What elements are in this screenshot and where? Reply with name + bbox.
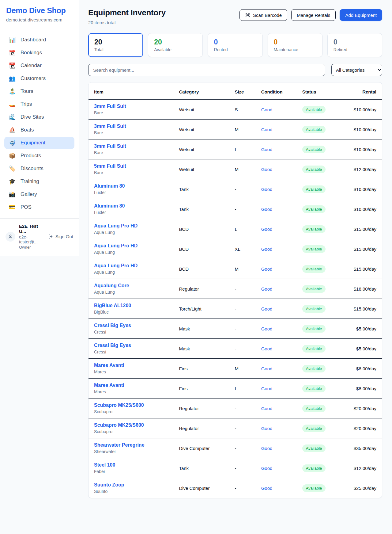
item-name-link[interactable]: Scubapro MK25/S600 bbox=[94, 422, 174, 428]
sidebar-nav-item[interactable]: 📊 Dashboard bbox=[4, 34, 74, 46]
scan-barcode-button[interactable]: Scan Barcode bbox=[239, 9, 287, 21]
table-row[interactable]: Suunto Zoop Suunto Dive Computer - Good … bbox=[89, 478, 382, 498]
sidebar-nav-item[interactable]: 📸 Gallery bbox=[4, 188, 74, 200]
item-name-link[interactable]: Aqualung Core bbox=[94, 283, 174, 288]
status-badge: Available bbox=[302, 365, 326, 372]
table-body: 3mm Full Suit Bare Wetsuit S Good Availa… bbox=[89, 99, 382, 498]
condition-link[interactable]: Good bbox=[261, 246, 273, 252]
table-row[interactable]: Steel 100 Faber Tank - Good Available $1… bbox=[89, 458, 382, 478]
stat-card[interactable]: 0 Rented bbox=[208, 33, 262, 57]
item-name-link[interactable]: Steel 100 bbox=[94, 462, 174, 468]
person-icon bbox=[8, 234, 13, 239]
item-name-link[interactable]: 5mm Full Suit bbox=[94, 163, 174, 169]
condition-link[interactable]: Good bbox=[261, 286, 273, 292]
item-name-link[interactable]: Aqua Lung Pro HD bbox=[94, 263, 174, 269]
sidebar-nav-item[interactable]: 📦 Products bbox=[4, 150, 74, 162]
item-brand: Aqua Lung bbox=[94, 270, 174, 275]
search-input[interactable] bbox=[88, 64, 325, 76]
stat-card[interactable]: 0 Maintenance bbox=[268, 33, 322, 57]
table-row[interactable]: BigBlue AL1200 BigBlue Torch/Light - Goo… bbox=[89, 299, 382, 319]
nav-item-icon: 💳 bbox=[9, 204, 16, 211]
category-select[interactable]: All Categories bbox=[331, 64, 382, 76]
condition-link[interactable]: Good bbox=[261, 266, 273, 272]
item-name-link[interactable]: Aqua Lung Pro HD bbox=[94, 223, 174, 229]
table-row[interactable]: Aqualung Core Aqua Lung Regulator - Good… bbox=[89, 279, 382, 299]
table-row[interactable]: Cressi Big Eyes Cressi Mask - Good Avail… bbox=[89, 339, 382, 359]
sidebar: Demo Dive Shop demo.test.divestreams.com… bbox=[0, 0, 79, 256]
condition-link[interactable]: Good bbox=[261, 466, 273, 471]
sidebar-nav-item[interactable]: 💳 POS bbox=[4, 201, 74, 213]
table-row[interactable]: Aqua Lung Pro HD Aqua Lung BCD XL Good A… bbox=[89, 239, 382, 259]
condition-link[interactable]: Good bbox=[261, 386, 273, 391]
sidebar-nav-item[interactable]: 🏷️ Discounts bbox=[4, 162, 74, 175]
condition-link[interactable]: Good bbox=[261, 187, 273, 192]
condition-link[interactable]: Good bbox=[261, 366, 273, 371]
stat-card[interactable]: 20 Total bbox=[88, 33, 143, 57]
sidebar-nav-item[interactable]: 🌊 Dive Sites bbox=[4, 111, 74, 123]
item-name-link[interactable]: Mares Avanti bbox=[94, 363, 174, 368]
item-name-link[interactable]: 3mm Full Suit bbox=[94, 124, 174, 129]
item-name-link[interactable]: Aqua Lung Pro HD bbox=[94, 243, 174, 249]
item-name-link[interactable]: BigBlue AL1200 bbox=[94, 303, 174, 308]
table-row[interactable]: Mares Avanti Mares Fins L Good Available… bbox=[89, 379, 382, 399]
item-name-link[interactable]: 3mm Full Suit bbox=[94, 143, 174, 149]
item-name-link[interactable]: Cressi Big Eyes bbox=[94, 343, 174, 348]
condition-link[interactable]: Good bbox=[261, 446, 273, 451]
stat-card[interactable]: 0 Retired bbox=[327, 33, 382, 57]
table-row[interactable]: 3mm Full Suit Bare Wetsuit M Good Availa… bbox=[89, 120, 382, 139]
manage-rentals-button[interactable]: Manage Rentals bbox=[291, 9, 336, 21]
item-name-link[interactable]: Scubapro MK25/S600 bbox=[94, 402, 174, 408]
sidebar-nav-item[interactable]: 📆 Calendar bbox=[4, 59, 74, 72]
status-badge: Available bbox=[302, 305, 326, 313]
sidebar-nav-item[interactable]: 🏝️ Tours bbox=[4, 85, 74, 97]
item-brand: Cressi bbox=[94, 349, 174, 354]
table-row[interactable]: 3mm Full Suit Bare Wetsuit S Good Availa… bbox=[89, 99, 382, 120]
sign-out-button[interactable]: Sign Out bbox=[48, 234, 73, 239]
table-row[interactable]: Scubapro MK25/S600 Scubapro Regulator - … bbox=[89, 418, 382, 438]
condition-link[interactable]: Good bbox=[261, 147, 273, 152]
user-section: E2E Test U... e2e-tester@... Owner Sign … bbox=[0, 218, 79, 256]
rental-price: $12.00/day bbox=[354, 466, 376, 471]
item-name-link[interactable]: 3mm Full Suit bbox=[94, 104, 174, 109]
table-row[interactable]: Aqua Lung Pro HD Aqua Lung BCD L Good Av… bbox=[89, 219, 382, 239]
col-item: Item bbox=[89, 82, 176, 99]
table-row[interactable]: Mares Avanti Mares Fins M Good Available… bbox=[89, 359, 382, 379]
table-row[interactable]: Aqua Lung Pro HD Aqua Lung BCD M Good Av… bbox=[89, 259, 382, 279]
condition-link[interactable]: Good bbox=[261, 127, 273, 132]
table-row[interactable]: Scubapro MK25/S600 Scubapro Regulator - … bbox=[89, 399, 382, 418]
table-row[interactable]: Shearwater Peregrine Shearwater Dive Com… bbox=[89, 438, 382, 458]
table-row[interactable]: 3mm Full Suit Bare Wetsuit L Good Availa… bbox=[89, 139, 382, 159]
sidebar-nav-item[interactable]: 🎓 Training bbox=[4, 175, 74, 188]
condition-link[interactable]: Good bbox=[261, 406, 273, 411]
sidebar-nav-item[interactable]: ⛵ Boats bbox=[4, 124, 74, 136]
stat-label: Rented bbox=[214, 47, 256, 52]
item-size: - bbox=[232, 299, 258, 319]
table-row[interactable]: Aluminum 80 Luxfer Tank - Good Available… bbox=[89, 179, 382, 199]
condition-link[interactable]: Good bbox=[261, 207, 273, 212]
table-row[interactable]: Cressi Big Eyes Cressi Mask - Good Avail… bbox=[89, 319, 382, 339]
condition-link[interactable]: Good bbox=[261, 486, 273, 491]
stat-card[interactable]: 20 Available bbox=[148, 33, 203, 57]
sidebar-nav: 📊 Dashboard 📅 Bookings 📆 Calendar 👥 Cust… bbox=[0, 28, 79, 218]
item-name-link[interactable]: Cressi Big Eyes bbox=[94, 323, 174, 328]
sidebar-nav-item[interactable]: 🚤 Trips bbox=[4, 98, 74, 110]
item-category: Wetsuit bbox=[176, 99, 232, 120]
table-row[interactable]: Aluminum 80 Luxfer Tank - Good Available… bbox=[89, 199, 382, 219]
item-name-link[interactable]: Suunto Zoop bbox=[94, 482, 174, 488]
condition-link[interactable]: Good bbox=[261, 107, 273, 112]
table-row[interactable]: 5mm Full Suit Bare Wetsuit M Good Availa… bbox=[89, 159, 382, 179]
sidebar-nav-item[interactable]: 🤿 Equipment bbox=[4, 137, 74, 149]
condition-link[interactable]: Good bbox=[261, 227, 273, 232]
sidebar-nav-item[interactable]: 📅 Bookings bbox=[4, 47, 74, 59]
sidebar-nav-item[interactable]: 👥 Customers bbox=[4, 72, 74, 85]
condition-link[interactable]: Good bbox=[261, 326, 273, 331]
item-name-link[interactable]: Shearwater Peregrine bbox=[94, 442, 174, 448]
add-equipment-button[interactable]: Add Equipment bbox=[340, 9, 382, 21]
item-name-link[interactable]: Mares Avanti bbox=[94, 383, 174, 388]
condition-link[interactable]: Good bbox=[261, 167, 273, 172]
item-name-link[interactable]: Aluminum 80 bbox=[94, 203, 174, 209]
condition-link[interactable]: Good bbox=[261, 306, 273, 311]
item-name-link[interactable]: Aluminum 80 bbox=[94, 183, 174, 189]
condition-link[interactable]: Good bbox=[261, 426, 273, 431]
condition-link[interactable]: Good bbox=[261, 346, 273, 351]
